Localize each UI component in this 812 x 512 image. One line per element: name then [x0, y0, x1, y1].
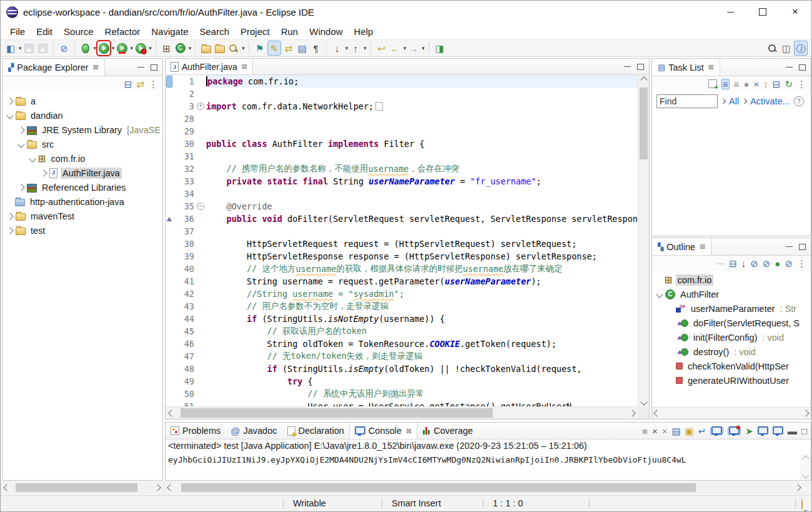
- previous-annotation-dropdown-icon[interactable]: ▾: [364, 45, 367, 51]
- tree-expander-icon[interactable]: [6, 98, 13, 104]
- explorer-item-http-authentication-java[interactable]: http-authentication-java: [2, 194, 162, 209]
- scrollbar-thumb[interactable]: [640, 88, 648, 159]
- code-line-44[interactable]: 44 if (StringUtils.isNotEmpty(username))…: [166, 313, 638, 325]
- code-editor[interactable]: 1package com.fr.io;23+import com.fr.data…: [166, 75, 638, 407]
- console-output[interactable]: eyJhbGciOiJIUzI1NiJ9.eyJpYXQiOjE2MDA4NDU…: [166, 454, 800, 480]
- java-perspective-button[interactable]: Ⓙ: [794, 41, 808, 56]
- tree-expander-icon[interactable]: [656, 291, 663, 298]
- tree-expander-icon[interactable]: [40, 169, 47, 176]
- open-console-button[interactable]: [773, 428, 783, 434]
- collapse-all-button[interactable]: ⊟: [124, 79, 132, 89]
- minimize-button[interactable]: [714, 1, 746, 23]
- clear-button[interactable]: ×: [652, 426, 658, 436]
- expander-icon[interactable]: [721, 99, 726, 104]
- explorer-item-test[interactable]: test: [2, 223, 162, 238]
- show-whitespace-button[interactable]: ¶: [310, 41, 322, 55]
- scroll-left-icon[interactable]: [167, 484, 174, 491]
- word-wrap-button[interactable]: ↵: [698, 426, 706, 436]
- code-line-33[interactable]: 33 private static final String userNameP…: [166, 175, 638, 188]
- explorer-horizontal-scrollbar[interactable]: [2, 482, 163, 493]
- code-line-41[interactable]: 41 String username = request.getParamete…: [166, 275, 638, 288]
- menu-source[interactable]: Source: [58, 24, 99, 39]
- explorer-item-jre-system-library-[interactable]: JRE System Library [JavaSE: [2, 123, 162, 137]
- scroll-down-icon[interactable]: [800, 470, 811, 480]
- maximize-view-icon[interactable]: [799, 64, 806, 71]
- search-torch-button[interactable]: [227, 41, 240, 55]
- code-line-42[interactable]: 42 //String username = "sysadmin";: [166, 288, 638, 300]
- open-project-button[interactable]: [214, 41, 226, 55]
- editor-horizontal-scrollbar[interactable]: [166, 406, 638, 419]
- view-menu-button[interactable]: ⋮: [797, 79, 806, 89]
- code-line-31[interactable]: 31: [166, 150, 638, 163]
- forward-dropdown-icon[interactable]: ▾: [422, 45, 425, 51]
- close-editor-icon[interactable]: ⊠: [242, 63, 247, 71]
- code-line-39[interactable]: 39 HttpServletResponse response = (HttpS…: [166, 250, 638, 263]
- explorer-item-maventest[interactable]: mavenTest: [2, 209, 162, 223]
- scroll-right-icon[interactable]: [794, 484, 801, 491]
- code-line-37[interactable]: 37: [166, 225, 638, 238]
- code-line-45[interactable]: 45 // 获取该用户名的token: [166, 325, 638, 338]
- menu-window[interactable]: Window: [304, 24, 348, 39]
- new-wizard-button[interactable]: ◧: [4, 41, 17, 55]
- code-line-32[interactable]: 32 // 携带用户名的参数名称，不能使用username，会存在冲突: [166, 163, 638, 175]
- all-link[interactable]: All: [729, 96, 739, 106]
- collapse-all-button[interactable]: ⊟: [773, 79, 781, 89]
- scroll-down-icon[interactable]: [638, 397, 649, 407]
- next-annotation-button[interactable]: ↓: [331, 41, 344, 55]
- code-line-49[interactable]: 49 try {: [166, 375, 638, 388]
- menu-help[interactable]: Help: [349, 24, 379, 39]
- hide-local-types-button[interactable]: ⊘: [785, 259, 793, 268]
- show-stderr-button[interactable]: [728, 427, 741, 435]
- menu-navigate[interactable]: Navigate: [146, 24, 194, 39]
- code-line-28[interactable]: 28: [166, 113, 638, 125]
- console-vertical-scrollbar[interactable]: [800, 454, 811, 480]
- outline-horizontal-scrollbar[interactable]: [652, 407, 811, 419]
- new-class-dropdown-icon[interactable]: ▾: [189, 45, 192, 51]
- maximize-view-button[interactable]: □: [801, 426, 807, 436]
- close-view-icon[interactable]: ⊠: [708, 63, 714, 71]
- tab-task-list[interactable]: ▤ Task List ⊠: [652, 59, 720, 76]
- menu-project[interactable]: Project: [235, 24, 275, 39]
- tab-coverage[interactable]: Coverage: [417, 423, 478, 439]
- fold-marker-icon[interactable]: +: [197, 103, 206, 110]
- editor-vertical-scrollbar[interactable]: [638, 75, 649, 407]
- synchronize-button[interactable]: ↻: [785, 79, 793, 89]
- categorized-view-button[interactable]: ≡: [721, 79, 730, 89]
- find-input[interactable]: [656, 94, 718, 108]
- debug-dropdown-icon[interactable]: ▾: [94, 45, 97, 51]
- explorer-item-authfilter-java[interactable]: JAuthFilter.java: [2, 166, 162, 180]
- fold-marker-icon[interactable]: −: [197, 203, 206, 210]
- minimize-view-icon[interactable]: [786, 246, 793, 247]
- stop-button[interactable]: ■: [642, 426, 648, 436]
- minimize-view-icon[interactable]: [137, 67, 144, 68]
- scroll-left-icon[interactable]: [3, 484, 10, 491]
- open-new-view-button[interactable]: ◨: [433, 41, 446, 55]
- link-with-editor-button[interactable]: ⇄: [136, 79, 144, 89]
- copy-button[interactable]: ▤: [671, 426, 680, 436]
- code-line-29[interactable]: 29: [166, 125, 638, 138]
- scroll-left-icon[interactable]: [653, 409, 660, 416]
- scrollbar-thumb[interactable]: [16, 483, 137, 492]
- outline-item-usernameparameter[interactable]: SFuserNameParameter : Str: [652, 301, 811, 316]
- explorer-item-com-fr-io[interactable]: ⊞com.fr.io: [2, 151, 162, 166]
- code-line-2[interactable]: 2: [166, 88, 638, 100]
- minimize-editor-icon[interactable]: [624, 66, 631, 67]
- save-all-button[interactable]: [37, 41, 49, 55]
- outline-item-init-filterconfig-[interactable]: init(FilterConfig) : void: [652, 330, 811, 344]
- coverage-dropdown-icon[interactable]: ▾: [131, 45, 134, 51]
- minimize-view-button[interactable]: ▬: [788, 426, 797, 436]
- show-stdout-button[interactable]: [710, 427, 723, 435]
- search-torch-dropdown-icon[interactable]: ▾: [242, 45, 245, 51]
- previous-annotation-button[interactable]: ↑: [349, 41, 362, 55]
- expander-icon[interactable]: [742, 99, 747, 104]
- view-menu-button[interactable]: ⋮: [797, 259, 806, 268]
- tree-expander-icon[interactable]: [17, 126, 24, 133]
- debug-button[interactable]: [79, 41, 92, 55]
- next-annotation-dropdown-icon[interactable]: ▾: [345, 45, 349, 51]
- tab-javadoc[interactable]: @Javadoc: [225, 423, 282, 439]
- code-line-30[interactable]: 30public class AuthFilter implements Fil…: [166, 138, 638, 150]
- help-icon[interactable]: ?: [794, 96, 804, 106]
- code-line-48[interactable]: 48 if (StringUtils.isEmpty(oldToken) || …: [166, 363, 638, 375]
- scrollbar-thumb[interactable]: [181, 408, 493, 418]
- console-horizontal-scrollbar[interactable]: [165, 482, 810, 493]
